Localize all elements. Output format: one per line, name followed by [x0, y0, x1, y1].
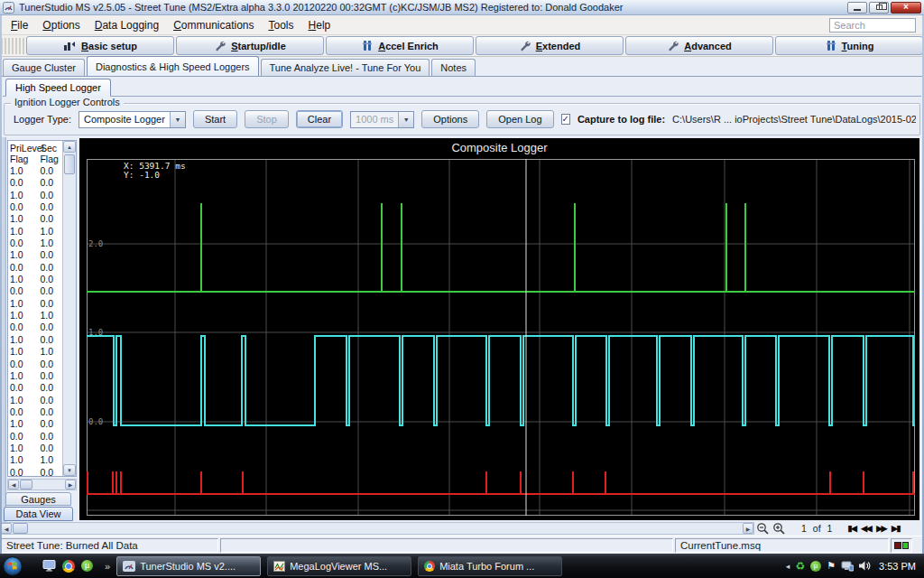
- tab-tune-analyze-live-tune-for-you[interactable]: Tune Analyze Live! - Tune For You: [261, 59, 430, 76]
- table-row: 0.00.0: [8, 322, 63, 333]
- menu-tools[interactable]: Tools: [262, 17, 301, 33]
- prilevel-flag-value: 1.0: [10, 165, 40, 177]
- sec-flag-value: 1.0: [40, 454, 63, 466]
- display-icon[interactable]: [42, 560, 56, 572]
- tab-diagnostics-high-speed-loggers[interactable]: Diagnostics & High Speed Loggers: [87, 56, 259, 76]
- sec-flag-value: 1.0: [40, 226, 63, 238]
- capture-label: Capture to log file:: [578, 114, 665, 125]
- advanced-button[interactable]: Advanced: [625, 36, 773, 55]
- page-of-label: of: [813, 523, 821, 534]
- clock[interactable]: 3:53 PM: [879, 561, 916, 572]
- composite-logger-plot[interactable]: 2.01.00.0X: 5391.7 msY: -1.0: [87, 159, 915, 516]
- tab-high-speed-logger[interactable]: High Speed Logger: [5, 79, 111, 97]
- sec-flag-value: 0.0: [40, 190, 63, 201]
- toolbar-drag-handle[interactable]: [1, 38, 24, 54]
- bars-icon: [63, 41, 76, 51]
- prilevel-flag-value: 0.0: [10, 406, 40, 418]
- sec-flag-value: 0.0: [40, 359, 63, 370]
- taskbar-item-megalogviewer-ms[interactable]: MegaLogViewer MS...: [267, 556, 411, 576]
- prilevel-flag-value: 0.0: [10, 467, 40, 476]
- sec-flag-value: 0.0: [40, 406, 63, 418]
- tab-notes[interactable]: Notes: [431, 59, 476, 76]
- taskbar-item-tunerstudio-ms-v2[interactable]: TunerStudio MS v2....: [116, 556, 261, 576]
- scrollbar-thumb[interactable]: [20, 480, 32, 489]
- taskbar-item-miata-turbo-forum[interactable]: Miata Turbo Forum ...: [418, 556, 562, 576]
- interval-select[interactable]: 1000 ms ▼: [350, 111, 414, 128]
- menu-file[interactable]: File: [4, 17, 35, 33]
- recycle-icon[interactable]: ♻: [795, 561, 805, 572]
- zoom-in-icon[interactable]: [772, 522, 786, 535]
- data-view-button[interactable]: Data View: [4, 507, 73, 521]
- logger-type-select[interactable]: Composite Logger ▼: [79, 111, 186, 128]
- minimize-button[interactable]: [847, 2, 867, 14]
- skip-last-button[interactable]: ▶▮: [890, 524, 901, 533]
- start-button[interactable]: [3, 556, 23, 576]
- menu-options[interactable]: Options: [35, 17, 87, 33]
- menu-help[interactable]: Help: [301, 17, 338, 33]
- capture-checkbox[interactable]: ✓: [561, 114, 570, 125]
- scroll-right-icon[interactable]: ▶: [65, 480, 76, 489]
- table-row: 1.00.0: [8, 334, 63, 346]
- sec-flag-value: 0.0: [40, 165, 63, 177]
- sec-flag-value: 0.0: [40, 213, 63, 225]
- accel-enrich-button[interactable]: Accel Enrich: [326, 36, 474, 55]
- data-view-panel: PriLevelSec FlagFlag 1.00.00.00.01.00.00…: [7, 140, 77, 477]
- extended-label: Extended: [536, 41, 581, 51]
- col-sec: Sec: [41, 143, 63, 154]
- scroll-down-icon[interactable]: ▼: [63, 464, 76, 476]
- main-toolbar: Basic setupStartup/idleAccel EnrichExten…: [0, 35, 924, 57]
- table-row: 0.01.0: [8, 238, 63, 249]
- skip-first-button[interactable]: ▮◀: [845, 524, 857, 533]
- action-center-flag-icon[interactable]: ⚑: [827, 561, 836, 571]
- scrollbar-thumb[interactable]: [13, 523, 28, 534]
- tab-gauge-cluster[interactable]: Gauge Cluster: [3, 59, 85, 76]
- forward-button[interactable]: ▶▶: [874, 524, 888, 533]
- clear-button[interactable]: Clear: [296, 110, 343, 128]
- prilevel-flag-value: 0.0: [10, 262, 40, 274]
- basic-setup-button[interactable]: Basic setup: [26, 36, 174, 55]
- options-button[interactable]: Options: [421, 110, 479, 128]
- gauges-button[interactable]: Gauges: [5, 492, 71, 506]
- utorrent-tray-icon[interactable]: µ: [810, 561, 821, 572]
- taskbar-item-label: TunerStudio MS v2....: [140, 561, 236, 572]
- scroll-right-icon[interactable]: ▶: [743, 523, 753, 534]
- open-log-button[interactable]: Open Log: [486, 110, 553, 128]
- start-button[interactable]: Start: [193, 110, 237, 128]
- chart-horizontal-scrollbar[interactable]: ◀ ▶: [0, 522, 754, 535]
- menu-data-logging[interactable]: Data Logging: [88, 17, 166, 33]
- red-trace: [87, 471, 915, 494]
- scroll-left-icon[interactable]: ◀: [8, 480, 19, 489]
- utorrent-icon[interactable]: µ: [81, 560, 93, 572]
- network-icon[interactable]: [841, 561, 854, 572]
- table-horizontal-scrollbar[interactable]: ◀ ▶: [7, 479, 77, 490]
- scroll-up-icon[interactable]: ▲: [63, 141, 76, 153]
- stop-button[interactable]: Stop: [245, 110, 289, 128]
- table-row: 0.00.0: [8, 285, 63, 297]
- startup-idle-button[interactable]: Startup/idle: [176, 36, 324, 55]
- prilevel-flag-value: 1.0: [10, 418, 40, 430]
- tray-expand-chevron[interactable]: ◂: [786, 562, 790, 571]
- prilevel-flag-value: 1.0: [10, 346, 40, 358]
- taskbar-item-label: Miata Turbo Forum ...: [439, 561, 534, 572]
- app-window: TunerStudio MS v2.5.05 - Street Tune (MS…: [0, 0, 924, 578]
- table-vertical-scrollbar[interactable]: ▲ ▼: [62, 141, 76, 476]
- search-input[interactable]: [829, 18, 916, 33]
- prilevel-flag-value: 1.0: [10, 310, 40, 322]
- sec-flag-value: 0.0: [40, 285, 63, 297]
- volume-icon[interactable]: [859, 561, 871, 571]
- chevron-down-icon[interactable]: ▼: [170, 112, 185, 127]
- zoom-out-icon[interactable]: [756, 522, 770, 535]
- rewind-button[interactable]: ◀◀: [859, 524, 873, 533]
- close-button[interactable]: ×: [891, 2, 921, 14]
- scrollbar-thumb[interactable]: [64, 154, 75, 174]
- chrome-icon[interactable]: [62, 560, 75, 573]
- scroll-left-icon[interactable]: ◀: [1, 523, 12, 534]
- chart-nav-toolbar: 1 of 1 ▮◀◀◀▶▶▶▮: [756, 521, 922, 535]
- extended-button[interactable]: Extended: [476, 36, 624, 55]
- tuning-button[interactable]: Tuning: [775, 36, 923, 55]
- restore-button[interactable]: [869, 2, 889, 14]
- sec-flag-value: 0.0: [40, 395, 63, 406]
- content-area: High Speed Logger Ignition Logger Contro…: [0, 77, 924, 536]
- inner-tab-row: High Speed Logger: [3, 78, 921, 97]
- menu-communications[interactable]: Communications: [166, 17, 261, 33]
